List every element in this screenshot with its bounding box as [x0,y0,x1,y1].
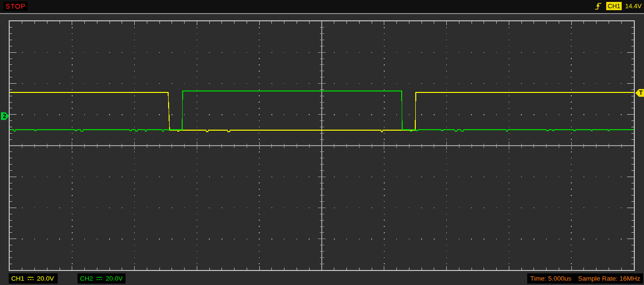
trigger-source-chip[interactable]: CH1 [606,2,622,10]
ch2-volts-per-div: 20.0V [106,275,123,282]
acquisition-status-button[interactable]: STOP [3,1,28,11]
scope-graticule-and-traces [9,20,635,271]
sample-rate-readout: Sample Rate: 16MHz [578,275,640,282]
dc-coupling-icon [27,276,34,281]
acquisition-status-label: STOP [5,2,26,10]
ch2-label: CH2 [80,275,93,282]
panel-bevel [0,13,644,14]
timing-readout-box: Time: 5.000us Sample Rate: 16MHz [527,273,643,284]
scope-display [9,20,635,271]
trigger-level-readout: 14.4V [625,2,642,10]
timebase-readout: Time: 5.000us [530,275,571,282]
ch2-offset-marker-label: 2 [3,113,6,119]
ch2-offset-marker[interactable]: 2 [1,112,9,120]
top-status-bar [0,0,644,13]
rising-edge-trigger-icon [594,1,603,11]
ch1-volts-per-div: 20.0V [37,275,54,282]
trigger-level-marker[interactable]: T [635,89,644,97]
graticule [9,21,634,270]
trigger-info: CH1 14.4V [594,1,642,11]
ch1-label: CH1 [11,275,24,282]
ch1-settings-box[interactable]: CH1 20.0V [9,273,58,284]
dc-coupling-icon [96,276,103,281]
trigger-level-marker-label: T [639,90,643,96]
ch2-settings-box[interactable]: CH2 20.0V [78,273,126,284]
